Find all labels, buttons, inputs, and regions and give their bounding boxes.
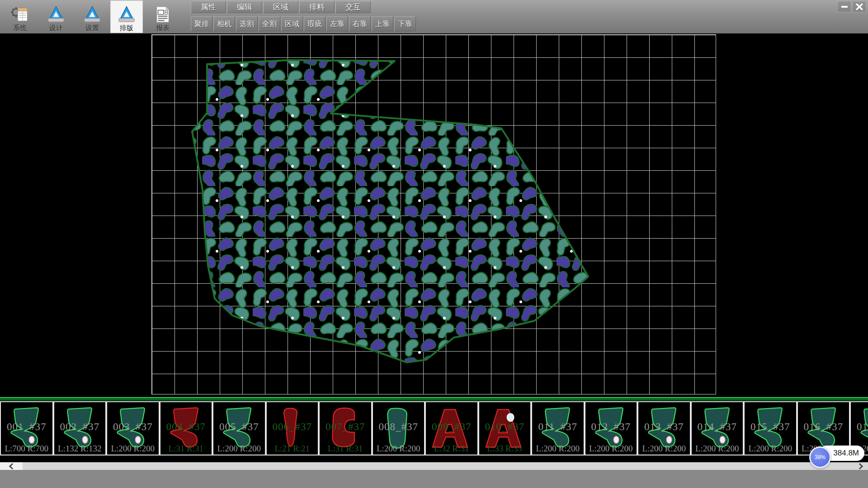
piece-thumbnail[interactable]: 012_#37 L:200 R:200 [585, 401, 638, 455]
main-button-label: 报表 [156, 24, 170, 32]
strip-divider-line [0, 399, 868, 400]
piece-id: 016_#37 [798, 421, 849, 433]
main-button-system[interactable]: 系统 [4, 0, 36, 33]
close-button[interactable] [852, 1, 866, 12]
piece-lr-values: L:700 R:700 [1, 444, 52, 454]
piece-id: 007_#37 [320, 421, 371, 433]
tool-button-snap-bottom[interactable]: 下靠 [394, 16, 416, 31]
horizontal-scrollbar[interactable] [0, 462, 868, 470]
piece-lr-values: L:31 R:31 [160, 444, 212, 454]
main-button-design[interactable]: 设计 [40, 0, 72, 33]
main-button-nesting[interactable]: 排版 [110, 0, 143, 33]
piece-id: 006_#37 [267, 421, 318, 433]
report-icon [153, 5, 172, 23]
tool-button-camera[interactable]: 相机 [213, 16, 235, 31]
tool-button-snap-left[interactable]: 左靠 [326, 16, 348, 31]
main-button-label: 系统 [13, 24, 27, 32]
tool-button-select-cut[interactable]: 选割 [236, 16, 258, 31]
tool-button-snap-right[interactable]: 右靠 [349, 16, 371, 31]
piece-lr-values: L:200 R:200 [213, 444, 265, 454]
set-square-icon [117, 5, 136, 23]
set-square-icon [47, 5, 66, 23]
close-icon [856, 4, 863, 10]
status-bar [0, 470, 868, 488]
leather-hide-outline[interactable] [192, 60, 588, 362]
piece-thumbnail[interactable]: 006_#37 L:21 R:21 [266, 401, 319, 455]
piece-thumbnail[interactable]: 002_#37 L:132 R:132 [53, 401, 107, 455]
tool-button-cut-all[interactable]: 全割 [259, 16, 280, 31]
piece-id: 003_#37 [107, 421, 159, 433]
menu-item-edit[interactable]: 编辑 [227, 1, 262, 13]
main-button-report[interactable]: 报表 [146, 0, 179, 33]
piece-thumbnail[interactable]: 014_#37 L:200 R:200 [691, 401, 744, 455]
tool-button-region[interactable]: 区域 [281, 16, 303, 31]
piece-thumbnail[interactable]: 010_#37 L:33 R:33 [478, 401, 532, 455]
piece-lr-values: L:200 R:200 [585, 444, 637, 454]
piece-id: 017_#37 [851, 421, 868, 433]
application-window: 系统 设计 设置 排版 [0, 0, 868, 488]
tool-bar-row: 聚排 相机 选割 全割 区域 瑕疵 左靠 右靠 上靠 下靠 [191, 16, 416, 31]
piece-lr-values: L:132 R:132 [54, 444, 106, 454]
tool-button-cluster-nest[interactable]: 聚排 [191, 16, 212, 31]
piece-id: 011_#37 [532, 421, 584, 433]
strip-divider-line [0, 397, 868, 399]
piece-lr-values: L:200 R:200 [745, 444, 796, 454]
toolbar: 系统 设计 设置 排版 [0, 0, 868, 33]
piece-id: 009_#37 [426, 421, 477, 433]
piece-thumbnail[interactable]: 005_#37 L:200 R:200 [212, 401, 266, 455]
minimize-button[interactable] [837, 1, 851, 12]
piece-thumbnail[interactable]: 009_#37 L:32 R:31 [425, 401, 478, 455]
piece-lr-values: L:200 R:200 [373, 444, 425, 454]
nesting-layout[interactable] [151, 34, 716, 394]
main-button-settings[interactable]: 设置 [76, 0, 108, 33]
scroll-left-button[interactable] [0, 462, 23, 470]
canvas-workspace[interactable] [0, 33, 868, 397]
piece-id: 010_#37 [479, 421, 531, 433]
chevron-left-icon [9, 463, 15, 469]
piece-id: 001_#37 [1, 421, 52, 433]
piece-lr-values: L:32 R:31 [426, 444, 477, 454]
menu-item-properties[interactable]: 属性 [191, 1, 226, 13]
piece-lr-values: L:33 R:33 [479, 444, 531, 454]
piece-lr-values: L:31 R:31 [320, 444, 371, 454]
menu-item-interaction[interactable]: 交互 [335, 1, 371, 13]
main-button-label: 设计 [49, 24, 63, 32]
piece-thumbnail[interactable]: 008_#37 L:200 R:200 [372, 401, 425, 455]
piece-id: 015_#37 [745, 421, 796, 433]
progress-circle: 38% [809, 446, 831, 468]
menu-item-region[interactable]: 区域 [263, 1, 298, 13]
piece-id: 012_#37 [585, 421, 637, 433]
piece-thumbnail[interactable]: 007_#37 L:31 R:31 [319, 401, 372, 455]
piece-lr-values: L:200 R:200 [692, 444, 743, 454]
piece-thumbnail[interactable]: 011_#37 L:200 R:200 [531, 401, 585, 455]
piece-thumbnail-list: 001_#37 L:700 R:700 002_#37 L:132 R:132 … [0, 401, 868, 455]
piece-thumbnail[interactable]: 001_#37 L:700 R:700 [0, 401, 53, 455]
piece-id: 014_#37 [692, 421, 743, 433]
tool-button-snap-top[interactable]: 上靠 [372, 16, 393, 31]
piece-lr-values: L:200 R:200 [638, 444, 690, 454]
progress-badge: 384.8M 38% [809, 446, 864, 470]
piece-id: 002_#37 [54, 421, 106, 433]
main-button-label: 排版 [120, 24, 133, 32]
menu-item-nesting[interactable]: 排料 [299, 1, 335, 13]
gear-document-icon [10, 5, 29, 23]
piece-id: 005_#37 [213, 421, 265, 433]
piece-id: 013_#37 [638, 421, 690, 433]
piece-lr-values: L:200 R:200 [107, 444, 159, 454]
piece-thumbnail[interactable]: 013_#37 L:200 R:200 [637, 401, 691, 455]
set-square-icon [83, 5, 102, 23]
piece-thumbnail[interactable]: 003_#37 L:200 R:200 [106, 401, 160, 455]
piece-id: 008_#37 [373, 421, 425, 433]
piece-lr-values: L:200 R:200 [532, 444, 584, 454]
piece-thumbnail[interactable]: 004_#37 L:31 R:31 [160, 401, 213, 455]
piece-thumbnail-strip: 001_#37 L:700 R:700 002_#37 L:132 R:132 … [0, 397, 868, 462]
menu-bar: 属性 编辑 区域 排料 交互 [191, 1, 371, 13]
tool-button-defect[interactable]: 瑕疵 [304, 16, 326, 31]
minimize-icon [841, 4, 848, 10]
piece-id: 004_#37 [160, 421, 212, 433]
piece-thumbnail[interactable]: 015_#37 L:200 R:200 [744, 401, 797, 455]
piece-lr-values: L:21 R:21 [267, 444, 318, 454]
main-button-label: 设置 [85, 24, 99, 32]
